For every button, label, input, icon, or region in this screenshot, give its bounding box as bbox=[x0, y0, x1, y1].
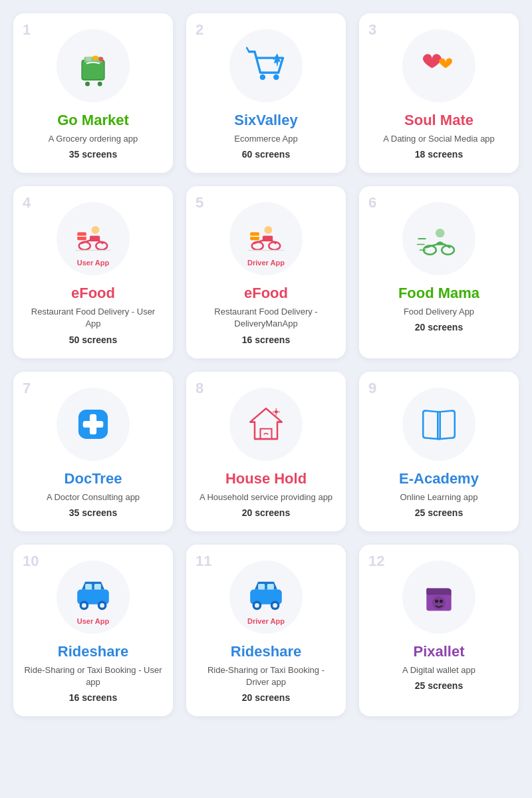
card-screens: 16 screens bbox=[242, 334, 290, 345]
card-desc: Ride-Sharing or Taxi Booking - User app bbox=[24, 664, 162, 688]
svg-point-3 bbox=[98, 82, 102, 86]
card-screens: 18 screens bbox=[415, 149, 463, 160]
badge: User App bbox=[77, 259, 110, 267]
card-11[interactable]: 11 Driver App Rideshare Ride-Sharing or … bbox=[186, 545, 346, 716]
card-title: Pixallet bbox=[413, 643, 464, 660]
icon-circle bbox=[402, 202, 475, 275]
card-desc: A Digital wallet app bbox=[402, 664, 475, 676]
card-10[interactable]: 10 User App Rideshare Ride-Sharing or Ta… bbox=[13, 545, 173, 716]
svg-rect-41 bbox=[94, 584, 101, 590]
svg-point-14 bbox=[91, 226, 99, 234]
svg-point-5 bbox=[92, 56, 98, 61]
card-number: 11 bbox=[196, 553, 211, 570]
card-5[interactable]: 5 Driver App eFood Restaurant Food Deliv… bbox=[186, 186, 346, 358]
card-title: eFood bbox=[71, 285, 115, 302]
badge: User App bbox=[77, 617, 110, 625]
card-screens: 20 screens bbox=[415, 322, 463, 332]
card-title: Rideshare bbox=[58, 643, 128, 660]
icon-circle bbox=[402, 29, 475, 102]
icon-circle bbox=[57, 29, 130, 102]
card-title: Food Mama bbox=[398, 285, 479, 302]
svg-point-52 bbox=[273, 603, 277, 608]
icon-circle bbox=[57, 388, 130, 461]
card-4[interactable]: 4 User App eFood Restaurant Food Deliver… bbox=[13, 186, 173, 358]
card-title: House Hold bbox=[225, 470, 307, 487]
card-screens: 35 screens bbox=[69, 507, 117, 518]
icon-circle: User App bbox=[57, 561, 130, 634]
svg-point-32 bbox=[275, 410, 278, 413]
card-desc: Restaurant Food Delivery - DeliveryManAp… bbox=[197, 306, 335, 330]
card-title: Rideshare bbox=[231, 643, 301, 660]
card-8[interactable]: 8 House Hold A Household service providi… bbox=[186, 372, 346, 531]
card-number: 9 bbox=[368, 380, 376, 397]
card-desc: A Doctor Consulting app bbox=[47, 491, 140, 503]
card-screens: 25 screens bbox=[415, 680, 463, 691]
card-6[interactable]: 6 Food Mama Food Delivery App 20 screens bbox=[359, 186, 519, 358]
card-number: 1 bbox=[23, 21, 31, 39]
svg-point-45 bbox=[100, 603, 104, 608]
card-number: 3 bbox=[368, 21, 376, 39]
card-number: 7 bbox=[23, 380, 31, 397]
card-screens: 60 screens bbox=[242, 149, 290, 160]
svg-rect-0 bbox=[82, 61, 104, 80]
card-desc: A Dating or Social Media app bbox=[383, 133, 495, 145]
card-desc: Restaurant Food Delivery - User App bbox=[24, 306, 162, 330]
svg-point-44 bbox=[82, 603, 86, 608]
badge: Driver App bbox=[247, 259, 285, 267]
card-number: 2 bbox=[196, 21, 203, 39]
svg-point-55 bbox=[440, 599, 443, 602]
card-12[interactable]: 12 Pixallet A Digital wallet app 25 scre… bbox=[359, 545, 519, 716]
svg-rect-48 bbox=[267, 584, 274, 590]
svg-point-4 bbox=[85, 57, 92, 61]
card-3[interactable]: 3 Soul Mate A Dating or Social Media app… bbox=[359, 13, 519, 173]
svg-point-54 bbox=[435, 599, 438, 602]
card-number: 12 bbox=[368, 553, 384, 570]
svg-rect-40 bbox=[85, 584, 92, 590]
icon-circle bbox=[402, 561, 475, 634]
card-desc: Ride-Sharing or Taxi Booking - Driver ap… bbox=[197, 664, 335, 688]
card-7[interactable]: 7 DocTree A Doctor Consulting app 35 scr… bbox=[13, 372, 173, 531]
card-screens: 35 screens bbox=[69, 149, 117, 160]
card-title: eFood bbox=[244, 285, 288, 302]
icon-circle bbox=[402, 388, 475, 461]
svg-point-7 bbox=[260, 74, 266, 80]
card-screens: 16 screens bbox=[69, 692, 117, 703]
badge: Driver App bbox=[247, 617, 285, 625]
card-title: Soul Mate bbox=[404, 112, 473, 129]
card-desc: A Grocery ordering app bbox=[49, 133, 138, 145]
card-number: 8 bbox=[196, 380, 203, 397]
svg-point-25 bbox=[436, 229, 445, 238]
card-title: SixValley bbox=[234, 112, 297, 129]
card-2[interactable]: 2 SixValley Ecommerce App 60 screens bbox=[186, 13, 346, 173]
card-title: E-Academy bbox=[399, 470, 479, 487]
card-screens: 50 screens bbox=[69, 334, 117, 345]
card-number: 5 bbox=[196, 194, 203, 211]
icon-circle bbox=[229, 388, 303, 461]
svg-point-21 bbox=[264, 226, 272, 234]
icon-circle bbox=[229, 29, 303, 102]
card-title: Go Market bbox=[57, 112, 129, 129]
svg-rect-47 bbox=[258, 584, 265, 590]
svg-rect-31 bbox=[83, 420, 104, 427]
icon-circle: Driver App bbox=[229, 202, 303, 275]
card-1[interactable]: 1 Go Market A Grocery ordering app 35 sc… bbox=[13, 13, 173, 173]
card-screens: 25 screens bbox=[415, 507, 463, 518]
svg-point-2 bbox=[85, 82, 90, 86]
card-number: 10 bbox=[23, 553, 39, 570]
svg-point-8 bbox=[273, 74, 279, 80]
icon-circle: Driver App bbox=[229, 561, 303, 634]
card-screens: 20 screens bbox=[242, 692, 290, 703]
card-desc: A Household service providing app bbox=[200, 491, 332, 503]
card-number: 4 bbox=[23, 194, 31, 211]
svg-point-51 bbox=[255, 603, 259, 608]
icon-circle: User App bbox=[57, 202, 130, 275]
card-number: 6 bbox=[368, 194, 376, 211]
app-grid: 1 Go Market A Grocery ordering app 35 sc… bbox=[13, 13, 519, 716]
card-screens: 20 screens bbox=[242, 507, 290, 518]
card-desc: Food Delivery App bbox=[404, 306, 474, 318]
card-title: DocTree bbox=[65, 470, 122, 487]
card-desc: Online Learning app bbox=[400, 491, 477, 503]
card-9[interactable]: 9 E-Academy Online Learning app 25 scree… bbox=[359, 372, 519, 531]
svg-point-6 bbox=[99, 57, 104, 61]
card-desc: Ecommerce App bbox=[234, 133, 297, 145]
